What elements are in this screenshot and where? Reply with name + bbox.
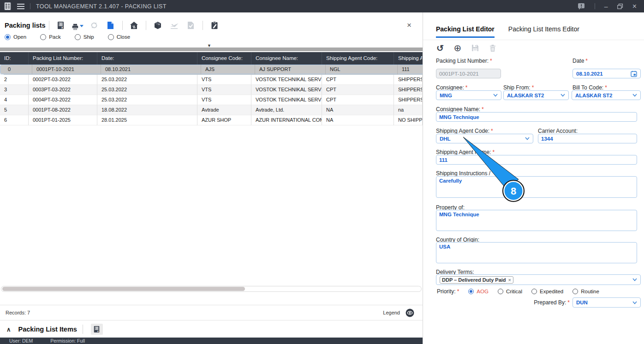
table-cell: VOSTOK TECHNIKAL SERVICES [251, 75, 322, 85]
table-cell: VTS [197, 75, 251, 85]
table-cell: NO SHIPPING A [394, 115, 423, 125]
filter-label: Ship [83, 34, 94, 40]
country-of-origin-textarea[interactable]: USA [436, 242, 637, 263]
pane-title: Packing lists [5, 22, 46, 29]
table-row[interactable]: 00001PT-10-202108.10.2021AJSAJ SUPPORTNG… [0, 65, 423, 74]
legend-eye-button[interactable] [405, 308, 414, 317]
minimize-button[interactable]: – [604, 3, 608, 10]
table-cell: 18.08.2022 [97, 105, 197, 115]
restore-window-button[interactable] [617, 4, 623, 9]
table-cell: 4 [0, 95, 29, 105]
filter-radio-close[interactable]: Close [108, 34, 130, 40]
table-row[interactable]: 20002PT-03-202225.03.2022VTSVOSTOK TECHN… [0, 75, 423, 85]
app-logo-icon [4, 2, 12, 10]
priority-radio-critical[interactable]: Critical [498, 289, 522, 294]
property-of-textarea[interactable]: MNG Technique [436, 210, 637, 231]
delivery-terms-tag-text: DDP – Delivered Duty Paid [442, 277, 506, 283]
consignee-name-input[interactable] [436, 112, 637, 122]
filter-label: Close [117, 34, 130, 40]
refresh-button-disabled[interactable] [88, 20, 100, 31]
priority-radio-aog[interactable]: AOG [468, 289, 489, 294]
shipping-agent-name-input[interactable] [436, 155, 637, 165]
confirm-document-button-disabled[interactable] [185, 20, 197, 31]
new-document-button[interactable] [105, 20, 117, 31]
shipping-instructions-textarea[interactable]: Carefully [436, 176, 637, 198]
toolbar-separator [49, 21, 49, 30]
items-export-excel-button[interactable]: x [91, 324, 103, 335]
ship-from-value: ALASKAR ST2 [507, 93, 561, 98]
ship-button-disabled[interactable] [168, 20, 180, 31]
bill-to-code-select[interactable]: ALASKAR ST2 [572, 90, 641, 100]
carrier-account-input[interactable] [538, 134, 637, 143]
table-cell: 0004PT-03-2022 [29, 95, 97, 105]
tab-packing-list-editor[interactable]: Packing List Editor [436, 25, 495, 38]
table-row[interactable]: 30003PT-03-202225.03.2022VTSVOSTOK TECHN… [0, 85, 423, 95]
required-asterisk: * [567, 299, 570, 306]
delete-button-disabled[interactable] [488, 43, 498, 53]
print-dropdown-arrow-icon[interactable] [80, 25, 83, 27]
filter-radio-open[interactable]: Open [5, 34, 26, 40]
undo-icon: ↺ [436, 43, 444, 53]
export-excel-button[interactable]: x [55, 20, 67, 31]
table-cell: 25.03.2022 [97, 75, 197, 85]
column-header[interactable]: ID: [0, 52, 29, 65]
print-button[interactable] [72, 20, 83, 31]
filter-radio-ship[interactable]: Ship [75, 34, 94, 40]
column-header[interactable]: Shipping Agent Code: [322, 52, 394, 65]
edit-button[interactable] [209, 20, 221, 31]
column-header[interactable]: Packing List Number: [29, 52, 97, 65]
remove-tag-button[interactable]: × [508, 277, 511, 283]
column-header[interactable]: Consignee Name: [251, 52, 322, 65]
table-cell: Avtrade, Ltd. [251, 105, 322, 115]
packing-list-number-input[interactable] [436, 69, 501, 78]
collapse-section-button[interactable]: ∧ [6, 326, 11, 333]
column-header[interactable]: Consignee Code: [197, 52, 251, 65]
undo-button[interactable]: ↺ [435, 43, 445, 53]
date-input[interactable]: 08.10.2021 [572, 69, 641, 78]
eye-icon [405, 308, 414, 317]
priority-radio-routine[interactable]: Routine [572, 289, 599, 294]
pack-button[interactable] [152, 20, 164, 31]
close-panel-button[interactable]: × [407, 21, 411, 30]
chevron-down-icon [632, 301, 637, 304]
filter-radio-pack[interactable]: Pack [40, 34, 61, 40]
calendar-icon[interactable] [631, 71, 637, 77]
column-header[interactable]: Date: [97, 52, 197, 65]
table-row[interactable]: 60001PT-01-202528.01.2025AZUR SHOPAZUR I… [0, 115, 423, 125]
records-count: Records: 7 [6, 310, 30, 315]
horizontal-scrollbar-track[interactable] [1, 286, 422, 292]
ship-from-select[interactable]: ALASKAR ST2 [503, 90, 569, 100]
close-window-button[interactable]: × [632, 3, 637, 10]
delivery-terms-multiselect[interactable]: DDP – Delivered Duty Paid × [436, 274, 641, 285]
consignee-label: Consignee:* [436, 84, 467, 91]
shipping-agent-code-select[interactable]: DHL [436, 134, 533, 143]
add-record-button[interactable]: ⊕ [453, 43, 463, 53]
priority-radio-expedited[interactable]: Expedited [531, 289, 563, 294]
excel-grid-icon: x [57, 21, 65, 30]
required-asterisk: * [491, 128, 493, 134]
menu-hamburger-icon[interactable] [17, 4, 24, 9]
table-row[interactable]: 50001PT-08-202218.08.2022AvtradeAvtrade,… [0, 105, 423, 115]
priority-option-label: AOG [477, 289, 489, 294]
notification-bubble-icon[interactable] [578, 3, 585, 10]
table-cell: 0003PT-03-2022 [29, 85, 97, 95]
table-cell: 111 [398, 65, 423, 75]
save-button-disabled[interactable] [470, 43, 480, 53]
required-asterisk: * [465, 84, 468, 91]
horizontal-scrollbar-thumb[interactable] [2, 287, 245, 291]
consignee-select[interactable]: MNG [436, 90, 501, 100]
tab-packing-list-items-editor[interactable]: Packing List Items Editor [508, 25, 579, 38]
radio-icon [108, 34, 114, 40]
warehouse-button[interactable] [128, 20, 140, 31]
table-cell: CPT [322, 75, 394, 85]
ship-from-label: Ship From:* [503, 84, 534, 91]
chevron-down-icon [493, 94, 498, 97]
status-filter-group: Open Pack Ship Close [5, 33, 130, 41]
table-cell: na [394, 105, 423, 115]
table-cell: AJ SUPPORT [255, 65, 326, 75]
column-header[interactable]: Shipping Agent Name: [394, 52, 423, 65]
horizontal-splitter[interactable] [0, 47, 423, 51]
table-row[interactable]: 40004PT-03-202225.03.2022VTSVOSTOK TECHN… [0, 95, 423, 105]
prepared-by-select[interactable]: DUN [572, 297, 641, 308]
bill-to-code-value: ALASKAR ST2 [575, 93, 632, 98]
